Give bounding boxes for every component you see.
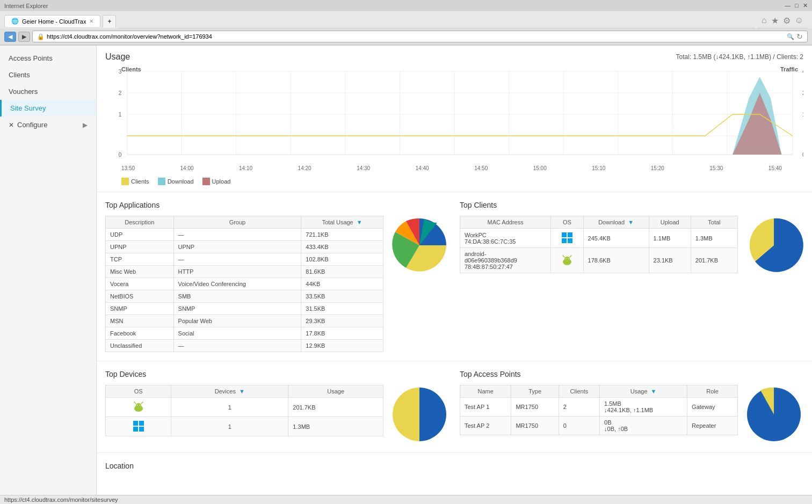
bottom-sections-row: Top Devices OS Devices ▼ Usage <box>97 361 812 453</box>
table-row: WorkPC 74:DA:38:6C:7C:35 <box>460 229 738 248</box>
cell-desc-facebook: Facebook <box>106 327 174 340</box>
top-clients-title: Top Clients <box>460 201 803 209</box>
cell-usage-msn: 29.3KB <box>301 315 383 327</box>
x-label-1430: 14:30 <box>357 165 370 171</box>
cell-group-vocera: Voice/Video Conferencing <box>173 278 301 290</box>
back-button[interactable]: ◀ <box>4 32 16 42</box>
new-tab-button[interactable]: + <box>103 15 116 27</box>
status-bar: https://ct4.cloudtrax.com/monitor/sitesu… <box>0 495 812 504</box>
sidebar-item-access-points[interactable]: Access Points <box>0 50 96 67</box>
cell-os-android-dev <box>106 398 171 417</box>
top-devices-content: OS Devices ▼ Usage <box>105 385 449 444</box>
top-clients-content: MAC Address OS Download ▼ Upload Total W… <box>460 216 803 275</box>
x-label-1510: 15:10 <box>592 165 605 171</box>
cell-name-ap1: Test AP 1 <box>460 398 511 417</box>
title-text: Internet Explorer <box>4 3 48 9</box>
title-bar: Internet Explorer — □ ✕ <box>0 0 812 11</box>
sort-arrow-icon: ▼ <box>357 219 363 225</box>
x-label-1520: 15:20 <box>651 165 664 171</box>
cell-total-android: 201.7KB <box>691 248 737 273</box>
col-total: Total <box>691 216 737 229</box>
svg-text:0 bps: 0 bps <box>802 152 803 158</box>
x-label-1350: 13:50 <box>121 165 135 171</box>
window-controls[interactable]: — □ ✕ <box>785 2 808 9</box>
cell-total-workpc: 1.3MB <box>691 229 737 248</box>
legend-upload: Upload <box>202 178 231 185</box>
table-row: MSN Popular Web 29.3KB <box>106 315 383 327</box>
legend-upload-label: Upload <box>212 178 231 185</box>
cell-usage-tcp: 102.8KB <box>301 253 383 266</box>
devices-pie-svg <box>390 385 449 444</box>
col-devices[interactable]: Devices ▼ <box>171 385 288 398</box>
x-label-1410: 14:10 <box>239 165 252 171</box>
svg-point-41 <box>136 403 141 407</box>
refresh-icon[interactable]: ↻ <box>796 32 803 41</box>
svg-line-44 <box>134 402 136 404</box>
svg-rect-38 <box>564 261 565 264</box>
table-header-row: Name Type Clients Usage ▼ Role <box>460 385 738 398</box>
cell-type-ap2: MR1750 <box>511 417 559 435</box>
col-description: Description <box>106 216 174 229</box>
legend-download: Download <box>158 178 194 185</box>
top-access-points-section: Top Access Points Name Type Clients Usag… <box>460 370 803 444</box>
cell-name-ap2: Test AP 2 <box>460 417 511 435</box>
top-devices-section: Top Devices OS Devices ▼ Usage <box>105 370 449 444</box>
close-button[interactable]: ✕ <box>803 2 808 9</box>
x-label-1530: 15:30 <box>709 165 723 171</box>
cell-usage-snmp: 31.5KB <box>301 303 383 315</box>
col-usage-dev: Usage <box>288 385 383 398</box>
sidebar-item-configure[interactable]: ✕ Configure ▶ <box>0 116 96 133</box>
sidebar-item-site-survey[interactable]: Site Survey <box>0 100 96 116</box>
cell-usage-vocera: 44KB <box>301 278 383 290</box>
svg-text:2: 2 <box>119 90 122 96</box>
chart-clients-label: Clients <box>121 66 141 72</box>
cell-upload-workpc: 1.1MB <box>649 229 691 248</box>
table-header-row: MAC Address OS Download ▼ Upload Total <box>460 216 738 229</box>
cell-os-windows-dev <box>106 417 171 436</box>
cell-group-snmp: SNMP <box>173 303 301 315</box>
cell-usage-udp: 721.1KB <box>301 229 383 241</box>
cell-upload-android: 23.1KB <box>649 248 691 273</box>
maximize-button[interactable]: □ <box>795 2 799 9</box>
col-total-usage[interactable]: Total Usage ▼ <box>301 216 383 229</box>
tab-label: Geier Home - CloudTrax <box>22 18 86 25</box>
cell-role-ap1: Gateway <box>687 398 738 417</box>
address-bar[interactable]: 🔒 https://ct4.cloudtrax.com/monitor/over… <box>32 31 808 42</box>
applications-pie-chart <box>390 216 449 275</box>
tab-close-button[interactable]: ✕ <box>89 18 93 24</box>
table-row: UDP — 721.1KB <box>106 229 383 241</box>
forward-button[interactable]: ▶ <box>18 32 30 42</box>
active-tab[interactable]: 🌐 Geier Home - CloudTrax ✕ <box>4 15 100 27</box>
legend-clients: Clients <box>121 178 149 185</box>
home-icon[interactable]: ⌂ <box>762 16 767 26</box>
location-title: Location <box>105 462 803 470</box>
sort-arrow-icon: ▼ <box>628 219 634 225</box>
svg-rect-47 <box>141 408 142 411</box>
svg-text:1: 1 <box>119 112 122 118</box>
cell-devices-windows: 1 <box>171 417 288 436</box>
table-row: 1 1.3MB <box>106 417 383 436</box>
usage-chart: 3 2 1 0 42 Kbps 28 Kbps 14 Kbps 0 bps <box>105 66 803 173</box>
cell-group-netbios: SMB <box>173 290 301 303</box>
smiley-icon[interactable]: ☺ <box>795 16 803 26</box>
x-label-1420: 14:20 <box>298 165 311 171</box>
devices-pie-chart <box>390 385 449 444</box>
chart-svg: 3 2 1 0 42 Kbps 28 Kbps 14 Kbps 0 bps <box>105 66 803 163</box>
clients-pie-chart <box>744 216 803 275</box>
legend-upload-color <box>202 178 210 185</box>
sidebar-item-clients[interactable]: Clients <box>0 67 96 83</box>
cell-usage-facebook: 17.8KB <box>301 327 383 340</box>
cell-usage-upnp: 433.4KB <box>301 241 383 253</box>
cell-mac-workpc: WorkPC 74:DA:38:6C:7C:35 <box>460 229 551 248</box>
top-devices-table: OS Devices ▼ Usage <box>105 385 383 436</box>
sidebar-item-vouchers[interactable]: Vouchers <box>0 83 96 100</box>
minimize-button[interactable]: — <box>785 2 791 9</box>
svg-rect-30 <box>562 238 567 243</box>
cell-group-facebook: Social <box>173 327 301 340</box>
top-devices-title: Top Devices <box>105 370 449 378</box>
col-usage-ap[interactable]: Usage ▼ <box>600 385 687 398</box>
settings-icon[interactable]: ⚙ <box>783 16 791 26</box>
col-download[interactable]: Download ▼ <box>583 216 649 229</box>
favorites-icon[interactable]: ★ <box>771 16 779 26</box>
usage-header: Usage Total: 1.5MB (↓424.1KB, ↑1.1MB) / … <box>105 52 803 62</box>
